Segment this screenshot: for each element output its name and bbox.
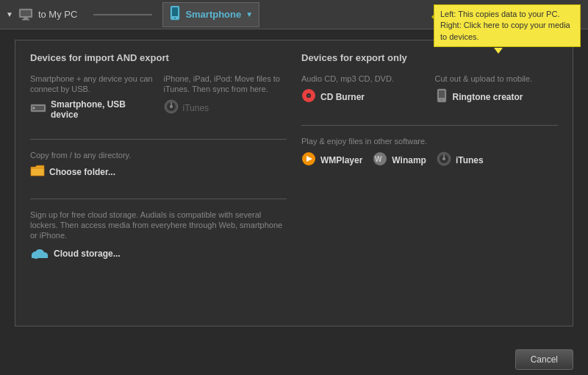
- content-grid: Devices for import AND export Smartphone…: [30, 52, 558, 314]
- itunes-players-option[interactable]: iTunes: [437, 151, 484, 169]
- cloud-label: Cloud storage...: [54, 249, 121, 259]
- ringtone-option[interactable]: Ringtone creator: [435, 88, 559, 106]
- cd-burner-group: Audio CD, mp3 CD, DVD. CD Burner: [301, 74, 425, 106]
- smartphone-icon: [169, 6, 181, 24]
- itunes-players-icon: [437, 151, 451, 169]
- itunes-group: iPhone, iPad, iPod: Move files to iTunes…: [164, 74, 287, 120]
- svg-rect-14: [31, 168, 44, 176]
- tooltip-right-text: Right: Click here to copy your media to …: [440, 20, 574, 43]
- itunes-desc: iPhone, iPad, iPod: Move files to iTunes…: [164, 74, 287, 95]
- svg-rect-1: [21, 10, 31, 16]
- tooltip-arrow: [494, 48, 503, 54]
- to-my-pc-label: to My PC: [38, 9, 77, 20]
- svg-point-21: [308, 95, 310, 97]
- folder-option[interactable]: Choose folder...: [30, 165, 287, 179]
- wmplayer-icon: [301, 151, 316, 169]
- ringtone-group: Cut out & upload to mobile. Ringtone cre…: [435, 74, 559, 106]
- svg-rect-23: [439, 90, 445, 98]
- svg-point-9: [33, 107, 35, 109]
- ringtone-icon: [435, 88, 448, 106]
- left-section-title: Devices for import AND export: [30, 52, 287, 63]
- players-group: Play & enjoy files in other software. WM…: [301, 136, 558, 168]
- divider-1: [30, 139, 287, 140]
- cd-burner-icon: [301, 88, 316, 106]
- main-content: Devices for import AND export Smartphone…: [15, 40, 573, 326]
- ringtone-desc: Cut out & upload to mobile.: [435, 74, 559, 84]
- players-desc: Play & enjoy files in other software.: [301, 136, 558, 146]
- tooltip: Left: This copies data to your PC. Right…: [434, 4, 581, 47]
- right-divider: [301, 125, 558, 126]
- svg-point-31: [442, 157, 445, 160]
- cloud-desc: Sign up for free cloud storage. Audials …: [30, 210, 287, 241]
- cd-burner-option[interactable]: CD Burner: [301, 88, 425, 106]
- svg-point-12: [170, 105, 173, 108]
- cd-burner-label: CD Burner: [320, 92, 365, 102]
- separator: [93, 14, 152, 15]
- cloud-icon: [30, 246, 49, 262]
- usb-icon: [30, 102, 46, 117]
- tooltip-left-text: Left: This copies data to your PC.: [440, 9, 574, 20]
- top-bar: ▼ to My PC Smartphone ▼: [0, 0, 588, 29]
- bottom-bar: Cancel: [0, 344, 588, 375]
- smartphone-section[interactable]: Smartphone ▼: [162, 2, 259, 27]
- itunes-players-label: iTunes: [456, 155, 484, 165]
- winamp-option[interactable]: W Winamp: [373, 151, 426, 169]
- ringtone-label: Ringtone creator: [453, 92, 523, 102]
- dropdown-arrow-icon[interactable]: ▼: [6, 10, 13, 18]
- smartphone-usb-group: Smartphone + any device you can connect …: [30, 74, 154, 120]
- svg-rect-2: [24, 18, 28, 19]
- smartphone-usb-desc: Smartphone + any device you can connect …: [30, 74, 154, 95]
- smartphone-dropdown-icon[interactable]: ▼: [245, 10, 253, 18]
- svg-rect-5: [172, 7, 178, 16]
- smartphone-usb-label: Smartphone, USB device: [51, 99, 154, 120]
- cloud-group: Sign up for free cloud storage. Audials …: [30, 210, 287, 262]
- wmplayer-option[interactable]: WMPlayer: [301, 151, 362, 169]
- folder-icon: [30, 165, 45, 179]
- cancel-button[interactable]: Cancel: [515, 349, 573, 370]
- folder-group: Copy from / to any directory. Choose fol…: [30, 150, 287, 179]
- folder-desc: Copy from / to any directory.: [30, 150, 287, 160]
- pc-icon: [18, 7, 34, 23]
- smartphone-label: Smartphone: [185, 9, 241, 20]
- svg-text:W: W: [375, 155, 382, 163]
- divider-2: [30, 199, 287, 199]
- svg-rect-18: [32, 254, 48, 258]
- cloud-option[interactable]: Cloud storage...: [30, 246, 287, 262]
- winamp-icon: W: [373, 151, 387, 169]
- svg-point-24: [441, 99, 442, 101]
- svg-point-6: [174, 17, 176, 18]
- right-column: Devices for export only Audio CD, mp3 CD…: [301, 52, 558, 314]
- winamp-label: Winamp: [392, 155, 426, 165]
- itunes-label: iTunes: [183, 103, 209, 113]
- itunes-option[interactable]: iTunes: [164, 99, 287, 117]
- smartphone-usb-option[interactable]: Smartphone, USB device: [30, 99, 154, 120]
- folder-label: Choose folder...: [49, 167, 115, 177]
- cd-burner-desc: Audio CD, mp3 CD, DVD.: [301, 74, 425, 84]
- top-bar-left: ▼ to My PC Smartphone ▼: [6, 2, 259, 27]
- itunes-icon: [164, 99, 179, 117]
- left-column: Devices for import AND export Smartphone…: [30, 52, 287, 314]
- right-section-title: Devices for export only: [301, 52, 558, 63]
- svg-rect-3: [22, 19, 29, 21]
- wmplayer-label: WMPlayer: [320, 155, 362, 165]
